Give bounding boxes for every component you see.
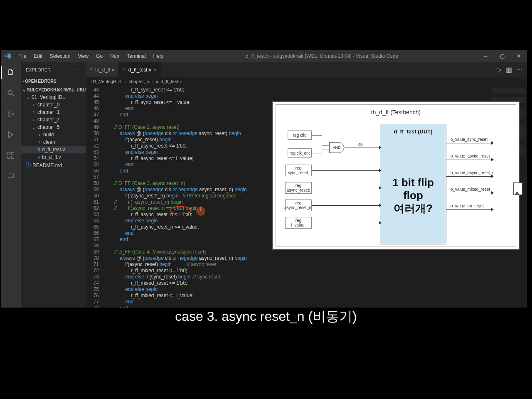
line-gutter: 4344454647484950515253545556575859606162…	[86, 86, 103, 308]
menu-run[interactable]: Run	[107, 53, 123, 59]
flipflop-symbol	[513, 182, 522, 195]
tab-d-ff-test[interactable]: ≡d_ff_test.v×	[119, 62, 161, 77]
debug-icon[interactable]	[1, 128, 21, 141]
maximize-button[interactable]: ▢	[494, 50, 510, 62]
tree-chapter-2[interactable]: ›chapter_2	[21, 116, 86, 123]
menu-edit[interactable]: Edit	[30, 53, 46, 59]
svg-rect-5	[12, 153, 14, 155]
svg-rect-4	[8, 153, 10, 155]
svg-point-3	[12, 113, 14, 115]
sidebar-title: EXPLORER	[26, 67, 51, 72]
menu-go[interactable]: Go	[93, 53, 106, 59]
close-button[interactable]: ✕	[510, 50, 527, 62]
titlebar: File Edit Selection View Go Run Terminal…	[1, 50, 527, 62]
reg-clk: reg clk;	[288, 131, 312, 140]
dut-block: d_ff_test (DUT) 1 bit flipflop여러개?	[380, 124, 446, 244]
reg-i-value: regi_value;	[285, 217, 312, 229]
svg-point-2	[8, 115, 10, 117]
tree-readme-md[interactable]: ⓘREADME.md	[21, 161, 86, 170]
editor-more-icon[interactable]: ⋯	[516, 66, 523, 74]
scm-icon[interactable]	[1, 107, 21, 121]
sidebar-more-icon[interactable]: ⋯	[76, 67, 81, 72]
file-tree: ⌄01_VerilogHDL›chapter_0›chapter_1›chapt…	[21, 94, 86, 170]
reg-async-reset-n: regasync_reset_n;	[285, 200, 312, 211]
out-o_value_async_reset: o_value_async_reset	[451, 154, 490, 158]
search-icon[interactable]	[1, 86, 21, 100]
annotation-circle	[170, 206, 191, 214]
menu-terminal[interactable]: Terminal	[123, 53, 149, 59]
caption: case 3. async reset_n (비동기)	[0, 308, 532, 326]
menu-file[interactable]: File	[15, 53, 30, 59]
tab-tb-d-ff[interactable]: ≡tb_d_ff.v	[86, 62, 119, 77]
out-o_value_async_reset_n: o_value_async_reset_n	[451, 170, 495, 175]
reg-clk-en: reg clk_en;	[288, 148, 312, 158]
sidebar-header: EXPLORER ⋯	[21, 62, 86, 77]
extensions-icon[interactable]	[1, 149, 21, 162]
menu-selection[interactable]: Selection	[47, 53, 74, 59]
vscode-logo-icon	[1, 53, 15, 59]
svg-rect-6	[8, 156, 10, 159]
menu-help[interactable]: Help	[150, 53, 167, 59]
tree-chapter-5[interactable]: ⌄chapter_5	[21, 123, 86, 131]
dut-big-text: 1 bit flipflop여러개?	[392, 176, 434, 215]
out-o_value_no_reset: o_value_no_reset	[451, 204, 484, 208]
tree-01-veriloghdl[interactable]: ⌄01_VerilogHDL	[21, 94, 86, 101]
breadcrumbs[interactable]: 01_VerilogHDL› chapter_5› ≡d_ff_test.v	[86, 77, 527, 86]
reg-async-reset: regasync_reset;	[285, 182, 312, 194]
explorer-icon[interactable]	[1, 66, 21, 79]
svg-point-0	[8, 90, 12, 94]
editor-split-icon[interactable]: ▥	[506, 66, 512, 74]
activity-bar	[1, 62, 21, 308]
and-gate: AND	[329, 142, 344, 153]
workspace-section[interactable]: ⌄SULGYEDOKHAK [WSL: UBUNTU-18.04]	[21, 86, 86, 94]
editor-tabs: ≡tb_d_ff.v ≡d_ff_test.v× ▷ ▥ ⋯	[86, 62, 527, 77]
annotation-caret: I	[200, 206, 201, 212]
out-o_value_sync_reset: o_value_sync_reset	[451, 137, 488, 142]
tree-chapter-1[interactable]: ›chapter_1	[21, 108, 86, 116]
close-tab-icon[interactable]: ×	[154, 67, 157, 73]
reg-sync-reset: regsync_reset;	[285, 165, 312, 176]
tree-d-ff-test-v[interactable]: ≡d_ff_test.v	[21, 146, 86, 153]
svg-rect-8	[8, 174, 13, 177]
menu-bar: File Edit Selection View Go Run Terminal…	[15, 53, 167, 59]
testbench-diagram: tb_d_ff (Testbench) reg clk; reg clk_en;…	[272, 101, 520, 250]
tree-chapter-0[interactable]: ›chapter_0	[21, 101, 86, 108]
tree-tb-d-ff-v[interactable]: ≡tb_d_ff.v	[21, 153, 86, 161]
sidebar: EXPLORER ⋯ ›OPEN EDITORS ⌄SULGYEDOKHAK […	[21, 62, 86, 308]
out-o_value_mixed_reset: o_value_mixed_reset	[451, 187, 490, 192]
diagram-title: tb_d_ff (Testbench)	[276, 109, 516, 116]
menu-view[interactable]: View	[74, 53, 92, 59]
window-controls: ─ ▢ ✕	[477, 50, 527, 62]
minimize-button[interactable]: ─	[477, 50, 494, 62]
tree-build[interactable]: ›build	[21, 131, 86, 138]
svg-rect-7	[12, 156, 14, 159]
svg-point-1	[8, 111, 10, 113]
tree-clean[interactable]: ›clean	[21, 138, 86, 146]
remote-icon[interactable]	[1, 170, 21, 183]
window-title: d_ff_test.v - sulgyedokhak [WSL: Ubuntu-…	[167, 53, 477, 59]
editor-run-icon[interactable]: ▷	[497, 66, 502, 74]
open-editors-section[interactable]: ›OPEN EDITORS	[21, 78, 86, 85]
